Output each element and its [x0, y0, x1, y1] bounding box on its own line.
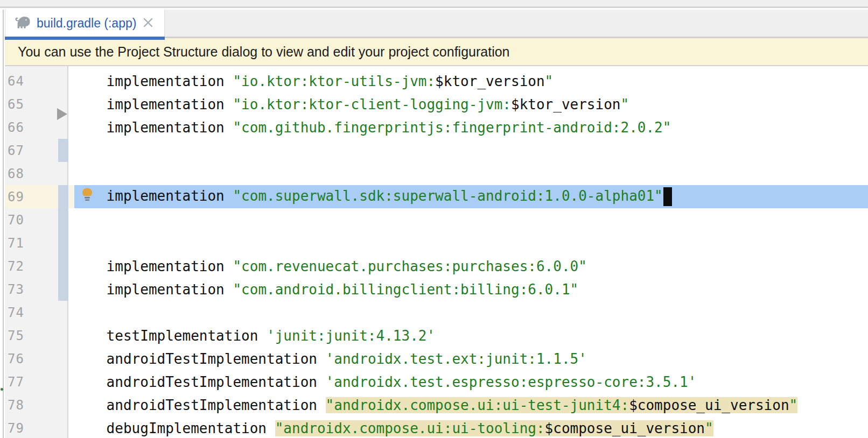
- editor-row: 66 implementation "com.github.fingerprin…: [5, 116, 868, 139]
- line-number: 67: [8, 143, 24, 158]
- editor-tab-bar: build.gradle (:app): [5, 10, 868, 38]
- line-number: 76: [8, 351, 24, 366]
- code-line[interactable]: implementation "io.ktor:ktor-client-logg…: [69, 93, 868, 116]
- code-line[interactable]: androidTestImplementation 'androidx.test…: [69, 347, 868, 370]
- gutter-cell: 79: [5, 416, 69, 438]
- code-line[interactable]: implementation "com.superwall.sdk:superw…: [69, 185, 868, 208]
- code-line[interactable]: testImplementation 'junit:junit:4.13.2': [69, 324, 868, 347]
- tab-build-gradle[interactable]: build.gradle (:app): [5, 10, 165, 37]
- vcs-change-marker[interactable]: [58, 185, 68, 208]
- gutter-cell: 72: [5, 255, 69, 278]
- code-text: androidTestImplementation 'androidx.test…: [73, 351, 587, 367]
- line-number: 77: [8, 375, 24, 390]
- editor-row: 72 implementation "com.revenuecat.purcha…: [5, 255, 868, 278]
- gutter-cell: 64: [5, 69, 69, 93]
- gutter-cell: 67: [5, 139, 69, 162]
- code-line[interactable]: [69, 139, 868, 162]
- code-line[interactable]: implementation "com.android.billingclien…: [69, 278, 868, 301]
- code-text: androidTestImplementation 'androidx.test…: [73, 374, 696, 390]
- editor-row: 64 implementation "io.ktor:ktor-utils-jv…: [5, 69, 868, 93]
- tab-close-icon[interactable]: [143, 17, 153, 30]
- ide-window: build.gradle (:app) You can use the Proj…: [0, 0, 868, 438]
- code-editor[interactable]: 64 implementation "io.ktor:ktor-utils-jv…: [5, 66, 868, 438]
- vcs-change-marker[interactable]: [58, 231, 68, 255]
- editor-row: 74: [5, 301, 868, 324]
- code-line[interactable]: [69, 162, 868, 185]
- editor-row: 65 implementation "io.ktor:ktor-client-l…: [5, 93, 868, 116]
- notification-banner: You can use the Project Structure dialog…: [5, 38, 868, 66]
- gutter-cell: 77: [5, 370, 69, 393]
- banner-text: You can use the Project Structure dialog…: [18, 44, 510, 60]
- editor-row: 70: [5, 208, 868, 231]
- code-line[interactable]: implementation "io.ktor:ktor-utils-jvm:$…: [69, 69, 868, 93]
- code-text: androidTestImplementation "androidx.comp…: [73, 397, 797, 413]
- gutter-cell: 74: [5, 301, 69, 324]
- editor-row: 71: [5, 231, 868, 255]
- gutter-cell: 76: [5, 347, 69, 370]
- editor-row: 69 implementation "com.superwall.sdk:sup…: [5, 185, 868, 208]
- code-text: testImplementation 'junit:junit:4.13.2': [73, 328, 435, 344]
- editor-panel: build.gradle (:app) You can use the Proj…: [5, 10, 868, 438]
- text-cursor: [663, 187, 672, 206]
- gutter-cell: 78: [5, 393, 69, 416]
- code-line[interactable]: [69, 208, 868, 231]
- line-number: 78: [8, 398, 24, 413]
- code-text: implementation "io.ktor:ktor-utils-jvm:$…: [73, 73, 553, 89]
- line-number: 70: [8, 213, 24, 228]
- code-text: implementation "com.revenuecat.purchases…: [73, 258, 587, 274]
- editor-row: 77 androidTestImplementation 'androidx.t…: [5, 370, 868, 393]
- editor-row: 73 implementation "com.android.billingcl…: [5, 278, 868, 301]
- line-number: 65: [8, 97, 24, 112]
- window-top-strip: [0, 0, 868, 8]
- code-text: implementation "com.github.fingerprintjs…: [73, 119, 671, 136]
- line-number: 66: [8, 120, 24, 135]
- editor-row: 75 testImplementation 'junit:junit:4.13.…: [5, 324, 868, 347]
- code-line[interactable]: debugImplementation "androidx.compose.ui…: [69, 416, 868, 438]
- line-number: 74: [8, 305, 24, 320]
- line-number: 72: [8, 259, 24, 274]
- code-line[interactable]: [69, 301, 868, 324]
- code-text: debugImplementation "androidx.compose.ui…: [73, 420, 713, 436]
- editor-lines: 64 implementation "io.ktor:ktor-utils-jv…: [5, 69, 868, 438]
- gutter-cell: 73: [5, 278, 69, 301]
- editor-row: 68: [5, 162, 868, 185]
- vcs-change-marker[interactable]: [58, 139, 68, 162]
- gutter-cell: 75: [5, 324, 69, 347]
- vcs-change-marker[interactable]: [58, 255, 68, 278]
- code-line[interactable]: androidTestImplementation "androidx.comp…: [69, 393, 868, 416]
- gutter-cell: 68: [5, 162, 69, 185]
- line-number: 73: [8, 282, 24, 297]
- editor-row: 79 debugImplementation "androidx.compose…: [5, 416, 868, 438]
- line-number: 64: [8, 74, 24, 89]
- gradle-elephant-icon: [15, 16, 31, 31]
- gutter-cell: 71: [5, 231, 69, 255]
- line-number: 79: [8, 421, 24, 436]
- gutter-cell: 69: [5, 185, 69, 208]
- editor-row: 78 androidTestImplementation "androidx.c…: [5, 393, 868, 416]
- code-text: implementation "com.superwall.sdk:superw…: [73, 187, 672, 206]
- vcs-change-marker[interactable]: [58, 208, 68, 231]
- left-rail: [0, 10, 4, 438]
- code-line[interactable]: [69, 231, 868, 255]
- gutter-dot: [1, 388, 3, 391]
- code-line[interactable]: androidTestImplementation 'androidx.test…: [69, 370, 868, 393]
- line-number: 75: [8, 328, 24, 343]
- gutter-cell: 70: [5, 208, 69, 231]
- active-tab-underline: [5, 37, 165, 40]
- intention-bulb-icon[interactable]: [80, 187, 94, 207]
- vcs-change-marker[interactable]: [58, 278, 68, 301]
- code-line[interactable]: implementation "com.revenuecat.purchases…: [69, 255, 868, 278]
- line-number: 68: [8, 166, 24, 181]
- code-text: implementation "io.ktor:ktor-client-logg…: [73, 96, 629, 112]
- editor-row: 76 androidTestImplementation 'androidx.t…: [5, 347, 868, 370]
- code-line[interactable]: implementation "com.github.fingerprintjs…: [69, 116, 868, 139]
- fold-indicator-icon[interactable]: [57, 108, 67, 120]
- tab-title: build.gradle (:app): [37, 16, 136, 31]
- editor-row: 67: [5, 139, 868, 162]
- code-text: implementation "com.android.billingclien…: [73, 281, 578, 298]
- line-number: 71: [8, 236, 24, 251]
- line-number: 69: [8, 189, 24, 204]
